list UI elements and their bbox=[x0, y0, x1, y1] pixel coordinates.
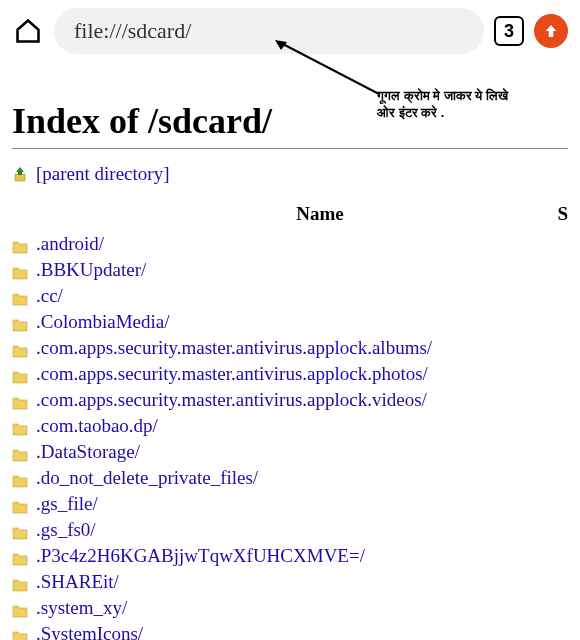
file-link[interactable]: .com.apps.security.master.antivirus.appl… bbox=[36, 363, 428, 385]
list-item: .BBKUpdater/ bbox=[12, 257, 568, 283]
list-item: .SystemIcons/ bbox=[12, 621, 568, 640]
file-link[interactable]: .SystemIcons/ bbox=[36, 623, 143, 640]
folder-icon bbox=[12, 445, 28, 459]
folder-icon bbox=[12, 237, 28, 251]
list-item: .com.apps.security.master.antivirus.appl… bbox=[12, 335, 568, 361]
parent-directory-link[interactable]: [parent directory] bbox=[36, 163, 169, 185]
file-link[interactable]: .com.apps.security.master.antivirus.appl… bbox=[36, 389, 427, 411]
folder-icon bbox=[12, 289, 28, 303]
file-link[interactable]: .android/ bbox=[36, 233, 104, 255]
home-button[interactable] bbox=[12, 15, 44, 47]
file-link[interactable]: .gs_file/ bbox=[36, 493, 98, 515]
folder-icon bbox=[12, 367, 28, 381]
folder-icon bbox=[12, 393, 28, 407]
tab-count-value: 3 bbox=[504, 21, 514, 42]
file-link[interactable]: .BBKUpdater/ bbox=[36, 259, 146, 281]
list-item: .do_not_delete_private_files/ bbox=[12, 465, 568, 491]
column-name-header: Name bbox=[12, 203, 548, 225]
folder-icon bbox=[12, 575, 28, 589]
svg-rect-2 bbox=[15, 174, 25, 181]
list-item: .P3c4z2H6KGABjjwTqwXfUHCXMVE=/ bbox=[12, 543, 568, 569]
list-item: .gs_file/ bbox=[12, 491, 568, 517]
list-item: .system_xy/ bbox=[12, 595, 568, 621]
folder-icon bbox=[12, 523, 28, 537]
annotation-line2: ओर इंटर करे . bbox=[377, 105, 577, 122]
file-link[interactable]: .P3c4z2H6KGABjjwTqwXfUHCXMVE=/ bbox=[36, 545, 365, 567]
up-arrow-icon bbox=[12, 166, 28, 182]
list-item: .DataStorage/ bbox=[12, 439, 568, 465]
list-item: .com.apps.security.master.antivirus.appl… bbox=[12, 361, 568, 387]
url-text: file:///sdcard/ bbox=[74, 18, 191, 44]
folder-icon bbox=[12, 601, 28, 615]
file-link[interactable]: .com.taobao.dp/ bbox=[36, 415, 158, 437]
file-link[interactable]: .do_not_delete_private_files/ bbox=[36, 467, 258, 489]
folder-icon bbox=[12, 627, 28, 640]
page-content: Index of /sdcard/ [parent directory] Nam… bbox=[0, 100, 580, 640]
folder-icon bbox=[12, 341, 28, 355]
browser-top-bar: file:///sdcard/ 3 bbox=[0, 0, 580, 62]
list-item: .ColombiaMedia/ bbox=[12, 309, 568, 335]
folder-icon bbox=[12, 315, 28, 329]
list-item: .gs_fs0/ bbox=[12, 517, 568, 543]
folder-icon bbox=[12, 263, 28, 277]
annotation-text: गूगल क्रोम मे जाकर ये लिखे ओर इंटर करे . bbox=[377, 88, 577, 122]
file-list: .android/.BBKUpdater/.cc/.ColombiaMedia/… bbox=[12, 231, 568, 640]
arrow-up-icon bbox=[542, 22, 560, 40]
file-link[interactable]: .DataStorage/ bbox=[36, 441, 140, 463]
home-icon bbox=[14, 17, 42, 45]
annotation-line1: गूगल क्रोम मे जाकर ये लिखे bbox=[377, 88, 577, 105]
parent-directory-row: [parent directory] bbox=[12, 163, 568, 185]
file-link[interactable]: .ColombiaMedia/ bbox=[36, 311, 170, 333]
list-item: .android/ bbox=[12, 231, 568, 257]
folder-icon bbox=[12, 419, 28, 433]
table-header: Name S bbox=[12, 203, 568, 225]
list-item: .com.taobao.dp/ bbox=[12, 413, 568, 439]
folder-icon bbox=[12, 497, 28, 511]
folder-icon bbox=[12, 549, 28, 563]
list-item: .cc/ bbox=[12, 283, 568, 309]
file-link[interactable]: .gs_fs0/ bbox=[36, 519, 96, 541]
tab-count-button[interactable]: 3 bbox=[494, 16, 524, 46]
file-link[interactable]: .system_xy/ bbox=[36, 597, 127, 619]
file-link[interactable]: .com.apps.security.master.antivirus.appl… bbox=[36, 337, 432, 359]
file-link[interactable]: .cc/ bbox=[36, 285, 63, 307]
address-bar[interactable]: file:///sdcard/ bbox=[54, 8, 484, 54]
column-size-header: S bbox=[548, 203, 568, 225]
upload-button[interactable] bbox=[534, 14, 568, 48]
list-item: .SHAREit/ bbox=[12, 569, 568, 595]
file-link[interactable]: .SHAREit/ bbox=[36, 571, 119, 593]
list-item: .com.apps.security.master.antivirus.appl… bbox=[12, 387, 568, 413]
folder-icon bbox=[12, 471, 28, 485]
